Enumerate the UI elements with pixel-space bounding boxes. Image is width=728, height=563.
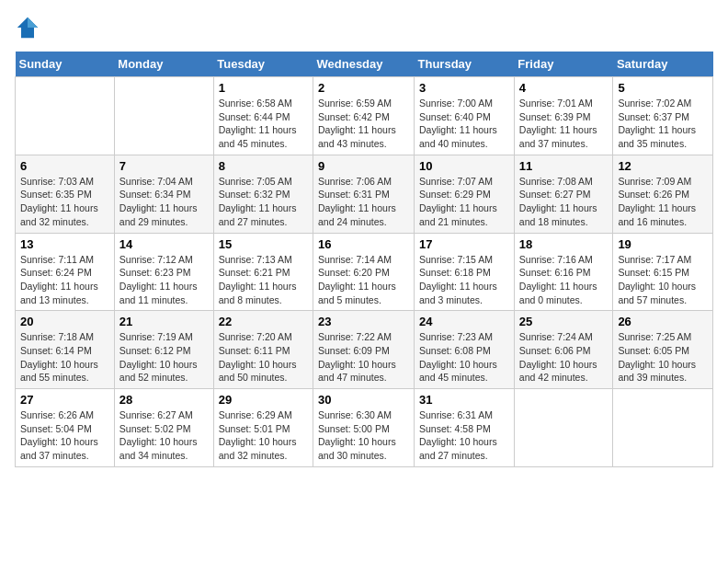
calendar-cell: 18Sunrise: 7:16 AM Sunset: 6:16 PM Dayli… [514, 233, 613, 311]
weekday-header-saturday: Saturday [613, 52, 713, 77]
calendar-cell: 1Sunrise: 6:58 AM Sunset: 6:44 PM Daylig… [213, 77, 313, 155]
day-number: 14 [119, 237, 209, 251]
day-info: Sunrise: 7:23 AM Sunset: 6:08 PM Dayligh… [419, 330, 509, 385]
logo [15, 15, 44, 40]
calendar-cell: 17Sunrise: 7:15 AM Sunset: 6:18 PM Dayli… [415, 233, 515, 311]
day-number: 9 [318, 159, 409, 173]
day-info: Sunrise: 7:04 AM Sunset: 6:34 PM Dayligh… [119, 175, 209, 229]
day-number: 15 [219, 237, 308, 251]
day-number: 18 [519, 237, 609, 251]
calendar-week-row: 13Sunrise: 7:11 AM Sunset: 6:24 PM Dayli… [16, 233, 713, 311]
day-number: 31 [419, 393, 509, 407]
calendar-cell: 3Sunrise: 7:00 AM Sunset: 6:40 PM Daylig… [415, 77, 515, 155]
calendar-table: SundayMondayTuesdayWednesdayThursdayFrid… [15, 52, 713, 467]
calendar-cell [114, 77, 213, 155]
calendar-cell: 19Sunrise: 7:17 AM Sunset: 6:15 PM Dayli… [613, 233, 713, 311]
calendar-week-row: 1Sunrise: 6:58 AM Sunset: 6:44 PM Daylig… [16, 77, 713, 155]
calendar-cell: 2Sunrise: 6:59 AM Sunset: 6:42 PM Daylig… [313, 77, 415, 155]
weekday-header-sunday: Sunday [16, 52, 115, 77]
day-number: 25 [519, 315, 609, 328]
calendar-cell: 6Sunrise: 7:03 AM Sunset: 6:35 PM Daylig… [16, 155, 115, 233]
weekday-header-wednesday: Wednesday [313, 52, 415, 77]
day-info: Sunrise: 7:18 AM Sunset: 6:14 PM Dayligh… [20, 330, 109, 385]
day-info: Sunrise: 7:12 AM Sunset: 6:23 PM Dayligh… [119, 253, 209, 307]
calendar-week-row: 6Sunrise: 7:03 AM Sunset: 6:35 PM Daylig… [16, 155, 713, 233]
day-info: Sunrise: 7:11 AM Sunset: 6:24 PM Dayligh… [20, 253, 109, 307]
day-info: Sunrise: 6:29 AM Sunset: 5:01 PM Dayligh… [219, 408, 308, 463]
day-info: Sunrise: 7:20 AM Sunset: 6:11 PM Dayligh… [219, 330, 308, 385]
day-info: Sunrise: 6:59 AM Sunset: 6:42 PM Dayligh… [318, 97, 409, 151]
day-number: 5 [618, 81, 708, 95]
day-number: 8 [219, 159, 308, 173]
calendar-cell: 16Sunrise: 7:14 AM Sunset: 6:20 PM Dayli… [313, 233, 415, 311]
day-info: Sunrise: 7:25 AM Sunset: 6:05 PM Dayligh… [618, 330, 708, 385]
day-info: Sunrise: 6:31 AM Sunset: 4:58 PM Dayligh… [419, 408, 509, 463]
day-number: 27 [20, 393, 109, 407]
day-info: Sunrise: 7:13 AM Sunset: 6:21 PM Dayligh… [219, 253, 308, 307]
day-number: 23 [318, 315, 409, 328]
calendar-cell: 11Sunrise: 7:08 AM Sunset: 6:27 PM Dayli… [514, 155, 613, 233]
weekday-header-thursday: Thursday [415, 52, 515, 77]
day-number: 13 [20, 237, 109, 251]
day-info: Sunrise: 7:14 AM Sunset: 6:20 PM Dayligh… [318, 253, 409, 307]
calendar-header-row: SundayMondayTuesdayWednesdayThursdayFrid… [16, 52, 713, 77]
calendar-cell: 7Sunrise: 7:04 AM Sunset: 6:34 PM Daylig… [114, 155, 213, 233]
calendar-cell: 26Sunrise: 7:25 AM Sunset: 6:05 PM Dayli… [613, 311, 713, 389]
day-number: 21 [119, 315, 209, 328]
calendar-cell: 31Sunrise: 6:31 AM Sunset: 4:58 PM Dayli… [415, 389, 515, 467]
day-info: Sunrise: 6:58 AM Sunset: 6:44 PM Dayligh… [219, 97, 308, 151]
day-number: 1 [219, 81, 308, 95]
day-number: 30 [318, 393, 409, 407]
day-info: Sunrise: 7:09 AM Sunset: 6:26 PM Dayligh… [618, 175, 708, 229]
calendar-cell [613, 389, 713, 467]
calendar-cell: 29Sunrise: 6:29 AM Sunset: 5:01 PM Dayli… [213, 389, 313, 467]
calendar-cell: 4Sunrise: 7:01 AM Sunset: 6:39 PM Daylig… [514, 77, 613, 155]
day-info: Sunrise: 7:17 AM Sunset: 6:15 PM Dayligh… [618, 253, 708, 307]
day-info: Sunrise: 7:16 AM Sunset: 6:16 PM Dayligh… [519, 253, 609, 307]
svg-marker-1 [28, 17, 38, 28]
calendar-cell [16, 77, 115, 155]
day-info: Sunrise: 7:22 AM Sunset: 6:09 PM Dayligh… [318, 330, 409, 385]
calendar-cell: 27Sunrise: 6:26 AM Sunset: 5:04 PM Dayli… [16, 389, 115, 467]
day-info: Sunrise: 7:05 AM Sunset: 6:32 PM Dayligh… [219, 175, 308, 229]
day-number: 24 [419, 315, 509, 328]
page-header [15, 15, 713, 40]
calendar-cell [514, 389, 613, 467]
day-info: Sunrise: 7:01 AM Sunset: 6:39 PM Dayligh… [519, 97, 609, 151]
day-number: 29 [219, 393, 308, 407]
day-number: 2 [318, 81, 409, 95]
day-number: 4 [519, 81, 609, 95]
calendar-cell: 30Sunrise: 6:30 AM Sunset: 5:00 PM Dayli… [313, 389, 415, 467]
calendar-cell: 22Sunrise: 7:20 AM Sunset: 6:11 PM Dayli… [213, 311, 313, 389]
calendar-cell: 23Sunrise: 7:22 AM Sunset: 6:09 PM Dayli… [313, 311, 415, 389]
weekday-header-friday: Friday [514, 52, 613, 77]
day-number: 6 [20, 159, 109, 173]
day-info: Sunrise: 6:26 AM Sunset: 5:04 PM Dayligh… [20, 408, 109, 463]
day-info: Sunrise: 6:27 AM Sunset: 5:02 PM Dayligh… [119, 408, 209, 463]
day-info: Sunrise: 7:06 AM Sunset: 6:31 PM Dayligh… [318, 175, 409, 229]
day-info: Sunrise: 7:00 AM Sunset: 6:40 PM Dayligh… [419, 97, 509, 151]
calendar-cell: 8Sunrise: 7:05 AM Sunset: 6:32 PM Daylig… [213, 155, 313, 233]
day-info: Sunrise: 7:24 AM Sunset: 6:06 PM Dayligh… [519, 330, 609, 385]
calendar-cell: 13Sunrise: 7:11 AM Sunset: 6:24 PM Dayli… [16, 233, 115, 311]
day-number: 28 [119, 393, 209, 407]
weekday-header-monday: Monday [114, 52, 213, 77]
calendar-cell: 20Sunrise: 7:18 AM Sunset: 6:14 PM Dayli… [16, 311, 115, 389]
calendar-cell: 9Sunrise: 7:06 AM Sunset: 6:31 PM Daylig… [313, 155, 415, 233]
day-info: Sunrise: 6:30 AM Sunset: 5:00 PM Dayligh… [318, 408, 409, 463]
day-info: Sunrise: 7:15 AM Sunset: 6:18 PM Dayligh… [419, 253, 509, 307]
calendar-week-row: 27Sunrise: 6:26 AM Sunset: 5:04 PM Dayli… [16, 389, 713, 467]
day-number: 3 [419, 81, 509, 95]
weekday-header-tuesday: Tuesday [213, 52, 313, 77]
day-info: Sunrise: 7:07 AM Sunset: 6:29 PM Dayligh… [419, 175, 509, 229]
day-number: 22 [219, 315, 308, 328]
day-number: 11 [519, 159, 609, 173]
logo-icon [15, 15, 40, 40]
day-info: Sunrise: 7:03 AM Sunset: 6:35 PM Dayligh… [20, 175, 109, 229]
day-number: 19 [618, 237, 708, 251]
calendar-cell: 21Sunrise: 7:19 AM Sunset: 6:12 PM Dayli… [114, 311, 213, 389]
day-info: Sunrise: 7:08 AM Sunset: 6:27 PM Dayligh… [519, 175, 609, 229]
day-info: Sunrise: 7:02 AM Sunset: 6:37 PM Dayligh… [618, 97, 708, 151]
day-number: 17 [419, 237, 509, 251]
calendar-cell: 15Sunrise: 7:13 AM Sunset: 6:21 PM Dayli… [213, 233, 313, 311]
